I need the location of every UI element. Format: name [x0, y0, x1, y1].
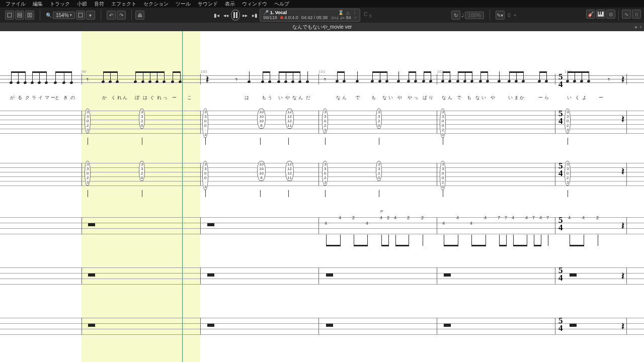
bass-fret: 4	[582, 215, 585, 220]
track-display[interactable]: 🎤 1. Vocal ⌛△⋮ 99/118 4.0:4.0 04:42 / 05…	[260, 9, 360, 22]
menu-bar: ファイル 編集 トラック 小節 音符 エフェクト セクション ツール サウンド …	[0, 0, 644, 8]
rest	[88, 223, 95, 226]
svg-rect-1	[18, 13, 22, 15]
mixer-icon[interactable]: ∿	[622, 10, 631, 19]
bass-fret: 4	[484, 215, 487, 220]
go-start-icon[interactable]: ▮◂	[212, 10, 221, 21]
guitar-icon[interactable]: 🎸	[586, 10, 595, 19]
lyric-syllable: い ま か	[508, 95, 524, 101]
eq-icon[interactable]: ⎍	[632, 10, 641, 19]
svg-rect-2	[18, 16, 22, 17]
bass-fret: 4	[394, 215, 396, 220]
lyric-syllable: る	[18, 95, 22, 101]
score-area[interactable]: がるクライマ ーときのかく れ んぼはぐれ っーこはも ういやな んだな んでも…	[0, 31, 644, 362]
rewind-icon[interactable]: ◂◂	[221, 10, 230, 21]
bass-fret: 4	[380, 215, 382, 220]
rest	[444, 274, 451, 277]
lyric-syllable: き	[63, 95, 68, 101]
time-signature: 54	[558, 73, 563, 88]
speed-display[interactable]: 100%	[465, 12, 484, 19]
search-icon: 🔍	[46, 13, 52, 18]
lyric-syllable: は	[143, 95, 147, 101]
lyric-syllable: い	[567, 95, 572, 101]
bass-fret: 2	[421, 215, 424, 220]
fast-forward-icon[interactable]: ▸▸	[240, 10, 250, 21]
lyric-syllable: は	[245, 95, 249, 101]
rest	[570, 274, 577, 277]
fit-icon[interactable]	[76, 11, 85, 20]
rest	[444, 324, 451, 327]
metronome-icon[interactable]: △	[346, 10, 350, 15]
zoom-dropdown[interactable]: 154%▾	[53, 12, 75, 19]
play-pause-button[interactable]	[231, 10, 240, 21]
menu-tool[interactable]: ツール	[172, 0, 194, 9]
loop-icon[interactable]: ↻	[451, 11, 460, 20]
svg-rect-6	[233, 12, 235, 18]
fit-width-icon[interactable]: ▾	[86, 11, 95, 20]
lyric-syllable: マ ー	[45, 95, 55, 101]
bass-fret: 2	[407, 215, 410, 220]
edit-icon[interactable]: ✎▾	[496, 11, 505, 20]
lyric-syllable: ー ら	[538, 95, 549, 101]
tuning-fork-icon[interactable]: ⑂	[354, 15, 357, 20]
bass-fret: 4	[539, 215, 542, 220]
menu-sound[interactable]: サウンド	[194, 0, 221, 9]
rest	[88, 324, 95, 327]
svg-rect-3	[28, 13, 29, 17]
transport: ▮◂ ◂◂ ▸▸ ▸▮ 🎤 1. Vocal ⌛△⋮ 99/118 4.0:4.…	[212, 9, 372, 22]
empty-staff-1	[0, 267, 644, 284]
time-signature: 54	[558, 317, 563, 332]
bass-fret: 4	[325, 221, 327, 226]
measure-number: 100	[200, 69, 207, 74]
menu-window[interactable]: ウィンドウ	[238, 0, 271, 9]
transpose-up[interactable]: +	[514, 13, 517, 18]
lyric-syllable: れ っ	[157, 95, 168, 101]
lyric-syllable: な ん	[292, 95, 303, 101]
layout-horizontal-icon[interactable]	[15, 11, 24, 20]
bass-fret: 7	[505, 215, 507, 220]
measure-number: 99	[82, 69, 86, 74]
drums-icon[interactable]: ⊙	[606, 10, 615, 19]
bass-fret: 4	[366, 221, 368, 226]
menu-edit[interactable]: 編集	[29, 0, 46, 9]
menu-bar-m[interactable]: 小節	[73, 0, 91, 9]
undo-icon[interactable]: ↶	[107, 11, 116, 20]
lyric-syllable: イ	[38, 95, 43, 101]
rest	[207, 223, 214, 226]
svg-rect-7	[236, 12, 237, 18]
lyric-syllable: だ	[306, 95, 310, 101]
tab-chord: 12 12 12 11	[285, 109, 294, 129]
print-icon[interactable]: 🖶	[135, 11, 144, 20]
lyric-syllable: く れ ん	[111, 95, 127, 101]
tab-chord: 10 10 10 8	[257, 161, 266, 181]
more-icon[interactable]: ⋮	[352, 10, 357, 15]
lyric-syllable: ぼ	[135, 95, 139, 101]
menu-track[interactable]: トラック	[46, 0, 73, 9]
lyric-syllable: な い	[475, 95, 486, 101]
bass-fret: 4	[339, 215, 341, 220]
go-end-icon[interactable]: ▸▮	[250, 10, 259, 21]
redo-icon[interactable]: ↷	[117, 11, 126, 20]
layout-vertical-icon[interactable]	[25, 11, 34, 20]
menu-note[interactable]: 音符	[91, 0, 108, 9]
close-tab-icon[interactable]: ●	[634, 25, 637, 30]
menu-help[interactable]: ヘルプ	[271, 0, 293, 9]
svg-rect-0	[8, 13, 12, 17]
new-tab-icon[interactable]: +	[639, 25, 642, 30]
menu-file[interactable]: ファイル	[2, 0, 29, 9]
menu-effect[interactable]: エフェクト	[108, 0, 140, 9]
lyric-syllable: や	[397, 95, 402, 101]
lyric-syllable: と	[55, 95, 59, 101]
lyric-syllable: な ん	[336, 95, 347, 101]
layout-single-icon[interactable]	[5, 11, 14, 20]
tab-chord: 10 10 10 8	[257, 109, 266, 129]
lyric-syllable: な い	[382, 95, 393, 101]
tab-chord: 12 12 12 11	[285, 161, 294, 181]
menu-section[interactable]: セクション	[140, 0, 172, 9]
piano-icon[interactable]	[596, 10, 605, 19]
document-tab[interactable]: なんでもないや_movie ver	[285, 23, 359, 31]
menu-view[interactable]: 表示	[221, 0, 238, 9]
lyric-syllable: ー	[599, 95, 603, 101]
bass-fret: 4	[512, 215, 514, 220]
lyric-syllable: よ	[582, 95, 587, 101]
